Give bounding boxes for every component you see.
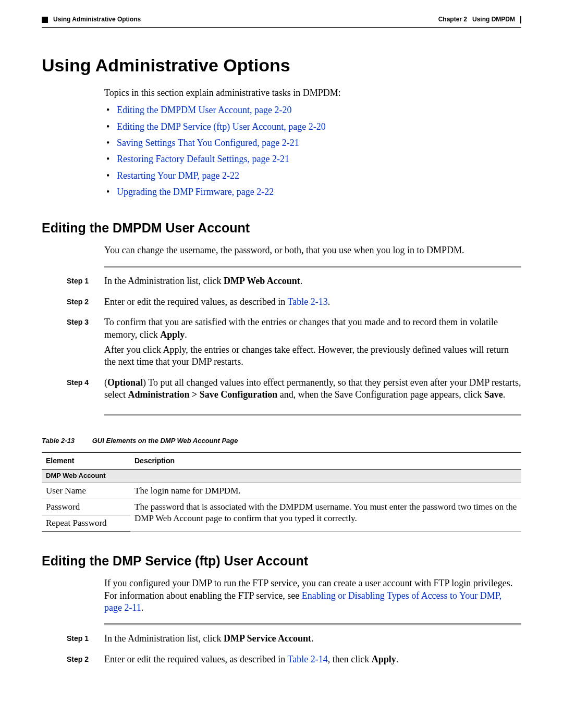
table-section: DMP Web Account <box>42 469 521 483</box>
step-label: Step 1 <box>42 275 104 290</box>
step-body: (Optional) To put all changed values int… <box>104 377 521 404</box>
body-text: . <box>141 602 144 613</box>
step-text: . <box>328 297 331 307</box>
step-body: To confirm that you are satisfied with t… <box>104 316 521 372</box>
table-cell: The login name for DMPDM. <box>130 483 521 499</box>
steps-separator <box>104 623 521 625</box>
step-row: Step 1 In the Administration list, click… <box>42 633 521 648</box>
step-label: Step 3 <box>42 316 104 372</box>
step-text: . <box>503 389 506 400</box>
topic-link-list: Editing the DMPDM User Account, page 2-2… <box>104 104 521 198</box>
table-cell: The password that is associated with the… <box>130 499 521 531</box>
step-bold: DMP Service Account <box>224 633 311 644</box>
header-marker-icon <box>42 17 48 23</box>
step-text: . <box>185 329 187 340</box>
toc-link[interactable]: Upgrading the DMP Firmware, page 2-22 <box>117 187 274 197</box>
step-bold: Apply <box>160 329 185 340</box>
table-link[interactable]: Table 2-13 <box>288 297 328 307</box>
table-title: GUI Elements on the DMP Web Account Page <box>92 437 238 445</box>
header-bar-icon <box>520 16 521 23</box>
step-text: . <box>300 276 303 286</box>
table-number: Table 2-13 <box>42 437 75 445</box>
step-bold: Save <box>484 389 503 400</box>
section-body: If you configured your DMP to run the FT… <box>104 577 521 614</box>
step-text: . <box>311 633 314 644</box>
section-heading: Editing the DMPDM User Account <box>42 219 521 237</box>
table-link[interactable]: Table 2-14 <box>288 654 328 664</box>
section-heading: Editing the DMP Service (ftp) User Accou… <box>42 552 521 570</box>
step-row: Step 1 In the Administration list, click… <box>42 275 521 290</box>
step-bold: Administration > Save Configuration <box>128 389 277 400</box>
step-text: . <box>396 654 399 664</box>
gui-elements-table: Element Description DMP Web Account User… <box>42 452 521 531</box>
steps-separator <box>104 414 521 416</box>
step-body: Enter or edit the required values, as de… <box>104 296 521 311</box>
page-header: Using Administrative Options Chapter 2 U… <box>42 16 521 24</box>
section-body: You can change the username, the passwor… <box>104 244 521 256</box>
table-caption: Table 2-13 GUI Elements on the DMP Web A… <box>42 437 521 446</box>
header-rule <box>42 27 521 28</box>
table-header: Description <box>130 453 521 469</box>
step-body: In the Administration list, click DMP We… <box>104 275 521 290</box>
breadcrumb-left: Using Administrative Options <box>53 16 141 24</box>
toc-link[interactable]: Saving Settings That You Configured, pag… <box>117 138 299 148</box>
toc-link[interactable]: Restoring Factory Default Settings, page… <box>117 154 289 164</box>
step-label: Step 2 <box>42 653 104 669</box>
toc-link[interactable]: Restarting Your DMP, page 2-22 <box>117 170 239 181</box>
step-text: , then click <box>328 654 372 664</box>
toc-link[interactable]: Editing the DMPDM User Account, page 2-2… <box>117 105 291 115</box>
table-cell: Repeat Password <box>42 515 130 531</box>
step-row: Step 3 To confirm that you are satisfied… <box>42 316 521 372</box>
step-label: Step 4 <box>42 377 104 404</box>
table-cell: Password <box>42 499 130 515</box>
step-text: Enter or edit the required values, as de… <box>104 654 288 664</box>
step-bold: Apply <box>372 654 396 664</box>
chapter-label: Chapter 2 <box>438 16 467 24</box>
steps-separator <box>104 266 521 268</box>
step-row: Step 2 Enter or edit the required values… <box>42 653 521 669</box>
step-text: Enter or edit the required values, as de… <box>104 297 288 307</box>
step-text: In the Administration list, click <box>104 276 224 286</box>
step-body: Enter or edit the required values, as de… <box>104 653 521 669</box>
step-after-text: After you click Apply, the entries or ch… <box>104 344 521 368</box>
step-bold: DMP Web Account <box>224 276 300 286</box>
toc-link[interactable]: Editing the DMP Service (ftp) User Accou… <box>117 121 326 132</box>
step-label: Step 1 <box>42 633 104 648</box>
step-label: Step 2 <box>42 296 104 311</box>
step-row: Step 2 Enter or edit the required values… <box>42 296 521 311</box>
table-cell: User Name <box>42 483 130 499</box>
page-title: Using Administrative Options <box>42 54 521 77</box>
step-bold: Optional <box>107 377 143 388</box>
chapter-title: Using DMPDM <box>472 16 515 24</box>
step-text: In the Administration list, click <box>104 633 224 644</box>
step-body: In the Administration list, click DMP Se… <box>104 633 521 648</box>
step-row: Step 4 (Optional) To put all changed val… <box>42 377 521 404</box>
table-header: Element <box>42 453 130 469</box>
step-text: and, when the Save Configuration page ap… <box>277 389 484 400</box>
section-intro: Topics in this section explain administr… <box>104 87 521 99</box>
